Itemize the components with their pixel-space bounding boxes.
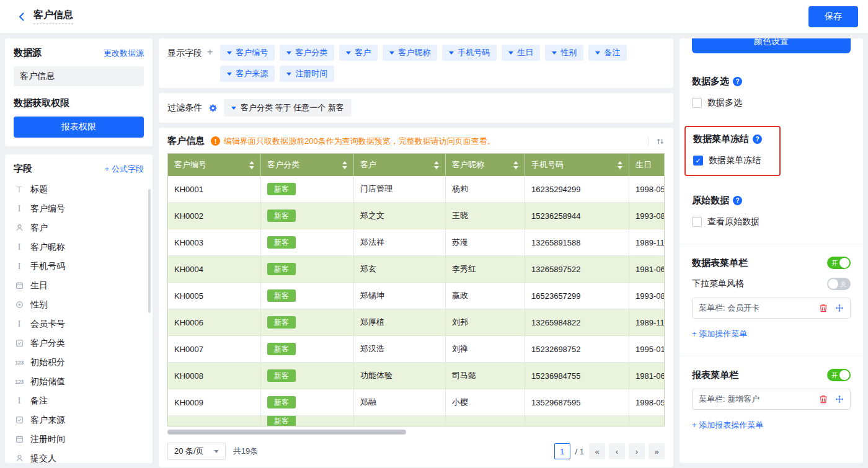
- display-field-chip[interactable]: 客户: [339, 45, 378, 61]
- help-icon[interactable]: ?: [733, 196, 742, 205]
- next-page-button[interactable]: ›: [629, 443, 645, 459]
- field-item[interactable]: 注册时间: [14, 430, 144, 449]
- vertical-scrollbar[interactable]: [148, 189, 151, 313]
- table-row[interactable]: KH0005新客郑锡坤嬴政165236572991993-08: [168, 283, 665, 309]
- first-page-button[interactable]: «: [589, 443, 605, 459]
- page-size-select[interactable]: 20 条/页: [167, 443, 226, 460]
- filter-condition-text: 客户分类 等于 任意一个 新客: [241, 102, 344, 113]
- field-item[interactable]: 性别: [14, 295, 144, 314]
- checkbox-unchecked[interactable]: [692, 217, 702, 227]
- field-item[interactable]: ⊤标题: [14, 180, 144, 199]
- report-menu-toggle[interactable]: 开: [827, 369, 851, 381]
- table-cell: 1993-08: [629, 203, 665, 229]
- sort-icon[interactable]: [618, 161, 622, 169]
- add-formula-field-link[interactable]: + 公式字段: [105, 164, 144, 175]
- table-row-partial[interactable]: 新客: [168, 416, 665, 426]
- display-field-chip[interactable]: 手机号码: [442, 45, 497, 61]
- chip-label: 生日: [517, 47, 533, 58]
- raw-data-option[interactable]: 查看原始数据: [692, 216, 851, 227]
- report-permission-button[interactable]: 报表权限: [14, 117, 144, 138]
- table-cell: KH0008: [168, 363, 261, 389]
- color-settings-button[interactable]: 颜色设置: [692, 38, 851, 53]
- checkbox-unchecked[interactable]: [692, 98, 702, 108]
- display-field-chip[interactable]: 备注: [588, 45, 627, 61]
- sort-icon[interactable]: [342, 161, 347, 169]
- field-item[interactable]: 123初始积分: [14, 353, 144, 372]
- column-header[interactable]: 手机号码: [525, 154, 629, 176]
- chevron-down-icon: [595, 51, 600, 55]
- column-header[interactable]: 客户分类: [261, 154, 354, 176]
- display-field-chip[interactable]: 客户昵称: [383, 45, 437, 61]
- freeze-option[interactable]: ✓ 数据菜单冻结: [693, 155, 762, 166]
- page-title[interactable]: 客户信息: [33, 9, 73, 24]
- field-item[interactable]: 客户: [14, 218, 144, 237]
- display-field-chip[interactable]: 生日: [502, 45, 540, 61]
- table-cell: 嬴政: [446, 283, 525, 309]
- table-row[interactable]: KH0009新客郑融小樱135296875951998-05: [168, 389, 665, 416]
- add-display-field-icon[interactable]: +: [207, 45, 213, 82]
- column-header[interactable]: 客户昵称: [446, 154, 525, 176]
- change-datasource-link[interactable]: 更改数据源: [104, 48, 144, 59]
- add-table-menu-link[interactable]: + 添加操作菜单: [692, 329, 851, 340]
- field-item[interactable]: I客户编号: [14, 199, 144, 218]
- field-item[interactable]: I手机号码: [14, 257, 144, 276]
- text-icon: I: [14, 396, 25, 406]
- page-size-value: 20 条/页: [174, 446, 204, 457]
- multi-select-option[interactable]: 数据多选: [692, 97, 851, 108]
- table-cell: 功能体验: [354, 363, 446, 389]
- table-row[interactable]: KH0003新客郑法祥苏漫132658915881989-11: [168, 229, 665, 256]
- gear-icon[interactable]: [208, 104, 218, 113]
- field-item[interactable]: 123初始储值: [14, 372, 144, 391]
- field-item[interactable]: I客户昵称: [14, 237, 144, 257]
- back-icon[interactable]: [14, 9, 30, 25]
- field-item[interactable]: 生日: [14, 276, 144, 295]
- current-page[interactable]: 1: [554, 443, 570, 459]
- column-header-label: 手机号码: [531, 159, 564, 170]
- display-field-chip[interactable]: 客户来源: [220, 66, 275, 82]
- move-icon[interactable]: [835, 304, 844, 312]
- column-header[interactable]: 生日: [629, 154, 665, 176]
- field-item[interactable]: 客户分类: [14, 333, 144, 353]
- display-field-chip[interactable]: 性别: [545, 45, 583, 61]
- filter-condition-chip[interactable]: 客户分类 等于 任意一个 新客: [224, 99, 352, 117]
- sort-icon[interactable]: [513, 161, 518, 169]
- display-field-chip[interactable]: 客户分类: [280, 45, 334, 61]
- help-icon[interactable]: ?: [733, 77, 742, 86]
- field-item[interactable]: 客户来源: [14, 410, 144, 430]
- select-icon: [14, 339, 25, 347]
- move-icon[interactable]: [835, 395, 844, 404]
- dropdown-style-toggle[interactable]: 关: [827, 278, 851, 290]
- field-item[interactable]: 提交人: [14, 449, 144, 463]
- report-menu-item[interactable]: 菜单栏: 新增客户: [692, 389, 851, 410]
- table-row[interactable]: KH0006新客郑厚植刘邦132659848221989-11: [168, 309, 665, 336]
- datasource-item[interactable]: 客户信息: [14, 66, 144, 86]
- checkbox-checked[interactable]: ✓: [693, 156, 703, 166]
- sort-icon[interactable]: [249, 161, 254, 169]
- field-item[interactable]: I会员卡号: [14, 314, 144, 333]
- sort-icon[interactable]: [434, 161, 439, 169]
- add-report-menu-link[interactable]: + 添加报表操作菜单: [692, 420, 851, 431]
- prev-page-button[interactable]: ‹: [609, 443, 625, 459]
- table-menu-toggle[interactable]: 开: [827, 257, 851, 269]
- table-row[interactable]: KH0007新客郑汉浩刘禅152326987521995-01: [168, 336, 665, 363]
- table-row[interactable]: KH0008新客功能体验司马懿152369847551981-06: [168, 363, 665, 389]
- display-field-chip[interactable]: 注册时间: [280, 66, 334, 82]
- table-row[interactable]: KH0004新客郑玄李秀红132658975221981-06: [168, 256, 665, 283]
- table-menu-item[interactable]: 菜单栏: 会员开卡: [692, 298, 851, 319]
- table-row[interactable]: KH0002新客郑之文王晓152362589441993-08: [168, 203, 665, 229]
- column-header[interactable]: 客户编号: [168, 154, 261, 176]
- table-cell: KH0004: [168, 256, 261, 283]
- table-sort-control-icon[interactable]: [648, 137, 665, 146]
- column-header[interactable]: 客户: [354, 154, 446, 176]
- help-icon[interactable]: ?: [753, 135, 762, 144]
- field-item[interactable]: I备注: [14, 391, 144, 410]
- trash-icon[interactable]: [819, 395, 828, 404]
- display-field-chip[interactable]: 客户编号: [220, 45, 275, 61]
- trash-icon[interactable]: [819, 304, 828, 312]
- table-row[interactable]: KH0001新客门店管理杨莉162352942991998-05: [168, 176, 665, 203]
- field-label: 备注: [30, 395, 48, 407]
- settings-sidebar: 颜色设置 数据多选 ? 数据多选 数据菜单冻结 ? ✓ 数据菜单冻结: [680, 38, 863, 463]
- horizontal-scrollbar[interactable]: [167, 430, 406, 435]
- save-button[interactable]: 保存: [808, 6, 858, 27]
- last-page-button[interactable]: »: [649, 443, 665, 459]
